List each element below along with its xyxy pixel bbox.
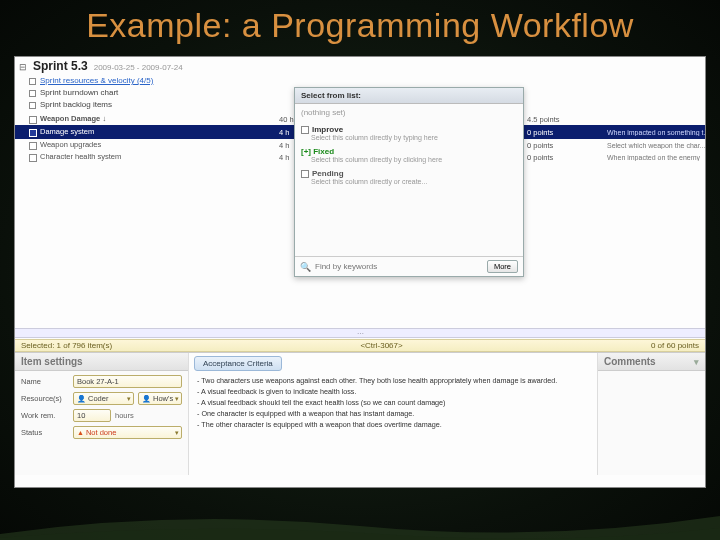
app-window: ⊟ Sprint 5.3 2009-03-25 - 2009-07-24 Spr… bbox=[14, 56, 706, 488]
row-name: Damage system bbox=[29, 127, 159, 136]
work-field[interactable]: 10 bbox=[73, 409, 111, 422]
name-field[interactable]: Book 27-A-1 bbox=[73, 375, 182, 388]
status-right: 0 of 60 points bbox=[651, 341, 699, 350]
chevron-down-icon: ▾ bbox=[127, 395, 131, 403]
select-popup: Select from list: (nothing set) Improve … bbox=[294, 87, 524, 277]
popup-more-button[interactable]: More bbox=[487, 260, 518, 273]
work-unit: hours bbox=[115, 411, 134, 420]
splitter[interactable]: ⋯ bbox=[15, 328, 705, 338]
tab-acceptance-criteria[interactable]: Acceptance Criteria bbox=[194, 356, 282, 371]
how-field[interactable]: How's▾ bbox=[138, 392, 182, 405]
criteria-text: - Two characters use weapons against eac… bbox=[189, 374, 597, 430]
upper-pane: ⊟ Sprint 5.3 2009-03-25 - 2009-07-24 Spr… bbox=[15, 57, 705, 353]
criteria-panel: Acceptance Criteria - Two characters use… bbox=[189, 353, 597, 475]
popup-title: Select from list: bbox=[295, 88, 523, 104]
popup-option-improve[interactable]: Improve Select this column directly by t… bbox=[301, 125, 517, 141]
comments-title: Comments bbox=[604, 356, 656, 367]
popup-option-nothing[interactable]: (nothing set) bbox=[301, 108, 517, 117]
resources-label: Resource(s) bbox=[21, 394, 69, 403]
chevron-down-icon[interactable]: ▾ bbox=[694, 357, 699, 367]
sprint-header: ⊟ Sprint 5.3 2009-03-25 - 2009-07-24 bbox=[15, 57, 705, 75]
sprint-title: Sprint 5.3 bbox=[33, 59, 88, 73]
name-label: Name bbox=[21, 377, 69, 386]
item-settings-title: Item settings bbox=[15, 353, 188, 371]
resources-field[interactable]: Coder▾ bbox=[73, 392, 134, 405]
popup-option-fixed[interactable]: [+] Fixed Select this column directly by… bbox=[301, 147, 517, 163]
status-label: Status bbox=[21, 428, 69, 437]
slide-title: Example: a Programming Workflow bbox=[0, 0, 720, 53]
search-icon: 🔍 bbox=[300, 262, 311, 272]
lower-pane: Item settings Name Book 27-A-1 Resource(… bbox=[15, 353, 705, 475]
tree-item-resources[interactable]: Sprint resources & velocity (4/5) bbox=[29, 75, 701, 87]
popup-search-input[interactable] bbox=[315, 262, 483, 271]
collapse-icon[interactable]: ⊟ bbox=[19, 62, 27, 72]
status-strip: Selected: 1 of 796 item(s) <Ctrl-3067> 0… bbox=[15, 339, 705, 352]
item-settings-panel: Item settings Name Book 27-A-1 Resource(… bbox=[15, 353, 189, 475]
comments-panel: Comments ▾ bbox=[597, 353, 705, 475]
slide-decoration bbox=[0, 504, 720, 540]
work-label: Work rem. bbox=[21, 411, 69, 420]
chevron-down-icon: ▾ bbox=[175, 429, 179, 437]
row-name: Weapon Damage ↓ bbox=[29, 114, 159, 123]
chevron-down-icon: ▾ bbox=[175, 395, 179, 403]
status-left: Selected: 1 of 796 item(s) bbox=[21, 341, 112, 350]
status-mid: <Ctrl-3067> bbox=[360, 341, 402, 350]
sprint-dates: 2009-03-25 - 2009-07-24 bbox=[94, 63, 183, 72]
status-field[interactable]: Not done▾ bbox=[73, 426, 182, 439]
popup-option-pending[interactable]: Pending Select this column directly or c… bbox=[301, 169, 517, 185]
